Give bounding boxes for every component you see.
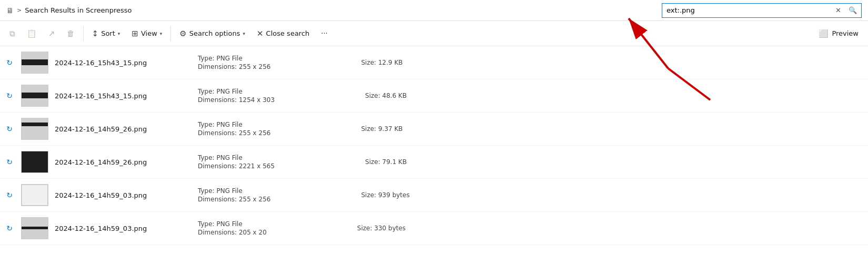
file-list: ↻ 2024-12-16_15h43_15.png Type: PNG File… bbox=[0, 46, 868, 275]
view-chevron-icon: ▾ bbox=[160, 31, 163, 36]
file-meta: Type: PNG File Dimensions: 1254 x 303 bbox=[198, 88, 275, 104]
file-meta: Type: PNG File Dimensions: 255 x 256 bbox=[198, 55, 270, 70]
preview-icon: ⬜ bbox=[819, 29, 829, 38]
clipboard-icon: 📋 bbox=[27, 29, 37, 38]
sort-button[interactable]: ↕ Sort ▾ bbox=[87, 24, 126, 43]
file-name: 2024-12-16_14h59_03.png bbox=[55, 225, 170, 232]
file-dimensions: Dimensions: 255 x 256 bbox=[198, 63, 270, 70]
close-search-label: Close search bbox=[266, 29, 310, 37]
preview-label: Preview bbox=[832, 29, 859, 37]
share-icon: ↗ bbox=[48, 29, 55, 38]
sync-icon: ↻ bbox=[4, 224, 15, 232]
table-row[interactable]: ↻ 2024-12-16_15h43_15.png Type: PNG File… bbox=[0, 46, 868, 79]
file-name: 2024-12-16_14h59_26.png bbox=[55, 125, 170, 133]
file-type: Type: PNG File bbox=[198, 220, 267, 228]
file-type: Type: PNG File bbox=[198, 121, 270, 128]
file-size: Size: 79.1 KB bbox=[365, 158, 407, 166]
copy-button[interactable]: ⧉ bbox=[4, 24, 21, 43]
table-row[interactable]: ↻ 2024-12-16_14h59_26.png Type: PNG File… bbox=[0, 146, 868, 179]
toolbar: ⧉ 📋 ↗ 🗑 ↕ Sort ▾ ⊞ View ▾ ⚙ Search optio… bbox=[0, 21, 868, 46]
file-thumbnail bbox=[21, 184, 48, 206]
file-thumbnail bbox=[21, 151, 48, 173]
delete-icon: 🗑 bbox=[67, 29, 75, 38]
file-thumbnail bbox=[21, 118, 48, 140]
file-type: Type: PNG File bbox=[198, 187, 270, 195]
clipboard-button[interactable]: 📋 bbox=[22, 24, 42, 43]
file-dimensions: Dimensions: 255 x 256 bbox=[198, 129, 270, 137]
file-name: 2024-12-16_14h59_03.png bbox=[55, 191, 170, 199]
file-meta: Type: PNG File Dimensions: 255 x 256 bbox=[198, 121, 270, 137]
table-row[interactable]: ↻ 2024-12-16_15h43_15.png Type: PNG File… bbox=[0, 79, 868, 113]
search-submit-button[interactable]: 🔍 bbox=[844, 6, 861, 14]
file-name: 2024-12-16_15h43_15.png bbox=[55, 59, 170, 67]
search-clear-button[interactable]: ✕ bbox=[832, 6, 844, 14]
file-thumbnail bbox=[21, 85, 48, 107]
sync-icon: ↻ bbox=[4, 58, 15, 67]
share-button[interactable]: ↗ bbox=[43, 24, 60, 43]
sort-label: Sort bbox=[101, 29, 115, 37]
file-size: Size: 48.6 KB bbox=[365, 92, 407, 99]
copy-icon: ⧉ bbox=[9, 29, 15, 38]
breadcrumb-chevron: > bbox=[17, 7, 22, 14]
file-size: Size: 9.37 KB bbox=[361, 125, 402, 133]
file-thumbnail bbox=[21, 52, 48, 74]
monitor-icon: 🖥 bbox=[6, 6, 14, 15]
file-meta: Type: PNG File Dimensions: 205 x 20 bbox=[198, 220, 267, 236]
delete-button[interactable]: 🗑 bbox=[62, 24, 80, 43]
sort-chevron-icon: ▾ bbox=[118, 31, 120, 36]
view-icon: ⊞ bbox=[132, 29, 138, 38]
table-row[interactable]: ↻ 2024-12-16_14h59_03.png Type: PNG File… bbox=[0, 179, 868, 212]
file-dimensions: Dimensions: 1254 x 303 bbox=[198, 96, 275, 104]
file-name: 2024-12-16_15h43_15.png bbox=[55, 92, 170, 100]
file-dimensions: Dimensions: 205 x 20 bbox=[198, 229, 267, 236]
search-input[interactable] bbox=[662, 6, 832, 14]
table-row[interactable]: ↻ 2024-12-16_14h59_03.png Type: PNG File… bbox=[0, 212, 868, 245]
more-options-label: ··· bbox=[321, 29, 327, 37]
file-thumbnail bbox=[21, 217, 48, 239]
file-type: Type: PNG File bbox=[198, 88, 275, 95]
toolbar-divider-1 bbox=[83, 26, 84, 41]
top-bar: 🖥 > Search Results in Screenpresso ✕ 🔍 bbox=[0, 0, 868, 21]
preview-button[interactable]: ⬜ Preview bbox=[813, 24, 864, 43]
table-row[interactable]: ↻ 2024-12-16_14h59_26.png Type: PNG File… bbox=[0, 113, 868, 146]
sort-icon: ↕ bbox=[92, 29, 99, 38]
file-type: Type: PNG File bbox=[198, 55, 270, 62]
file-size: Size: 939 bytes bbox=[361, 191, 409, 199]
sync-icon: ↻ bbox=[4, 91, 15, 100]
view-label: View bbox=[141, 29, 157, 37]
sync-icon: ↻ bbox=[4, 191, 15, 199]
close-search-button[interactable]: ✕ Close search bbox=[251, 24, 315, 43]
file-dimensions: Dimensions: 2221 x 565 bbox=[198, 162, 275, 170]
file-meta: Type: PNG File Dimensions: 2221 x 565 bbox=[198, 154, 275, 170]
toolbar-divider-2 bbox=[170, 26, 171, 41]
search-options-label: Search options bbox=[189, 29, 240, 37]
file-type: Type: PNG File bbox=[198, 154, 275, 161]
search-options-chevron-icon: ▾ bbox=[243, 31, 245, 36]
search-options-button[interactable]: ⚙ Search options ▾ bbox=[174, 24, 250, 43]
file-size: Size: 12.9 KB bbox=[361, 59, 402, 66]
search-options-icon: ⚙ bbox=[179, 29, 186, 38]
file-size: Size: 330 bytes bbox=[357, 225, 406, 232]
file-name: 2024-12-16_14h59_26.png bbox=[55, 158, 170, 166]
breadcrumb-title: Search Results in Screenpresso bbox=[25, 6, 132, 14]
sync-icon: ↻ bbox=[4, 158, 15, 166]
file-meta: Type: PNG File Dimensions: 255 x 256 bbox=[198, 187, 270, 203]
sync-icon: ↻ bbox=[4, 125, 15, 133]
close-search-icon: ✕ bbox=[257, 29, 264, 38]
search-box[interactable]: ✕ 🔍 bbox=[662, 3, 862, 18]
more-options-button[interactable]: ··· bbox=[316, 24, 332, 43]
view-button[interactable]: ⊞ View ▾ bbox=[126, 24, 167, 43]
file-dimensions: Dimensions: 255 x 256 bbox=[198, 196, 270, 203]
